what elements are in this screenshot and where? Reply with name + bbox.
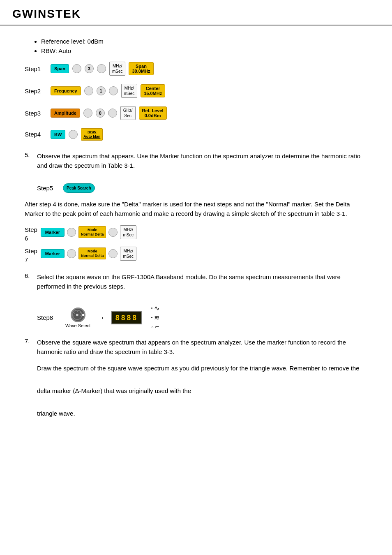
section7-text1: Observe the square wave spectrum that ap… [37, 338, 367, 357]
wave-dot-1: • [151, 306, 153, 310]
section6-item: 6. Select the square wave on the GRF-130… [25, 272, 367, 298]
section5: 5. Observe the spectrum that appears. Us… [25, 151, 367, 193]
section7-text-block: Observe the square wave spectrum that ap… [37, 338, 367, 425]
wave-select-knob[interactable] [71, 308, 85, 322]
step1-circle-val: 3 [85, 64, 94, 73]
wave-sine-symbol: ∿ [154, 304, 159, 312]
section7-text2: Draw the spectrum of the square wave spe… [37, 363, 367, 373]
step6-unit: MHz/mSec [120, 225, 136, 239]
svg-line-4 [80, 316, 81, 316]
step7-num: 7 [25, 255, 37, 264]
step6-step-text: Step [25, 225, 37, 234]
step6-block: Step 6 Marker ModeNormal Delta MHz/mSec [25, 225, 367, 243]
step1-unit: MHz/mSec [109, 62, 126, 76]
step1-label: Step1 [25, 65, 47, 72]
step4-block: Step4 BW RBWAuto Man [25, 128, 367, 141]
step2-circle1 [84, 86, 93, 95]
step8-knob-area: Wave Select [65, 308, 90, 328]
section7-item: 7. Observe the square wave spectrum that… [25, 338, 367, 425]
step7-row: Step 7 Marker ModeNormal Delta MHz/mSec [25, 247, 367, 264]
step3-block: Step3 Amplitude 0 GHz/Sec Ref. Level0.0d… [25, 106, 367, 120]
step6-label: Step 6 [25, 225, 37, 243]
wave-square-symbol: ⌐ [155, 323, 159, 331]
delta-marker-para: After step 4 is done, make sure the "Del… [25, 199, 367, 219]
knob-svg [72, 308, 83, 322]
step2-label: Step2 [25, 88, 47, 95]
section6: 6. Select the square wave on the GRF-130… [25, 272, 367, 331]
step2-frequency-btn[interactable]: Frequency [51, 86, 81, 95]
page-header: GWINSTEK [0, 0, 392, 25]
section7-text3: delta marker (Δ-Marker) that was origina… [37, 386, 367, 395]
bullet-rbw: RBW: Auto [41, 47, 367, 54]
step7-controls: Marker ModeNormal Delta MHz/mSec [41, 247, 136, 261]
step2-circle2 [109, 86, 118, 95]
step6-marker-btn[interactable]: Marker [41, 228, 65, 237]
step8-area: Step8 [37, 304, 367, 331]
step2-display: Center15.0MHz [141, 84, 165, 97]
step5-label: Step5 [37, 185, 60, 192]
peak-search-btn[interactable]: Peak Search [63, 183, 95, 193]
step6-mode-btn: ModeNormal Delta [78, 226, 106, 238]
section5-item: 5. Observe the spectrum that appears. Us… [25, 151, 367, 177]
wave-circle: ○ [151, 325, 154, 329]
step4-label: Step4 [25, 131, 47, 138]
section7-text4: triangle wave. [37, 409, 367, 418]
wave-option-triangle: • ≋ [151, 314, 160, 321]
step6-circle1 [67, 228, 76, 237]
step3-display: Ref. Level0.0dBm [139, 106, 167, 120]
step3-circle-val: 0 [96, 109, 105, 118]
step3-amplitude-btn[interactable]: Amplitude [51, 109, 80, 118]
step2-block: Step2 Frequency 1 MHz/mSec Center15.0MHz [25, 84, 367, 98]
bullet-list: Reference level: 0dBm RBW: Auto [25, 38, 367, 54]
step7-block: Step 7 Marker ModeNormal Delta MHz/mSec [25, 247, 367, 264]
step3-circle2 [108, 109, 117, 118]
step2-circle-val: 1 [97, 86, 106, 95]
step1-span-btn[interactable]: Span [51, 64, 69, 73]
arrow-right-icon: → [96, 312, 105, 323]
section6-number: 6. [25, 272, 37, 298]
logo: GWINSTEK [12, 7, 380, 21]
wave-select-label: Wave Select [65, 323, 90, 328]
steps-1-4: Step1 Span 3 MHz/mSec Span30.0MHz Step2 … [25, 62, 367, 145]
main-content: Reference level: 0dBm RBW: Auto Step1 Sp… [0, 34, 392, 444]
step3-unit: GHz/Sec [120, 106, 136, 120]
section6-text: Select the square wave on the GRF-1300A … [37, 272, 367, 291]
step6-controls: Marker ModeNormal Delta MHz/mSec [41, 225, 136, 239]
logo-gw: GW [12, 7, 34, 20]
section5-text: Observe the spectrum that appears. Use t… [37, 151, 367, 171]
step3-label: Step3 [25, 110, 47, 117]
step3-circle1 [83, 109, 92, 118]
wave-option-square: ○ ⌐ [151, 323, 160, 331]
step8-display: 8888 [111, 311, 142, 324]
step4-bw-btn[interactable]: BW [51, 130, 65, 139]
section5-number: 5. [25, 151, 37, 177]
step7-circle1 [67, 249, 76, 258]
step1-circle2 [97, 64, 106, 73]
step7-unit: MHz/mSec [120, 247, 136, 261]
section7: 7. Observe the square wave spectrum that… [25, 338, 367, 425]
step1-display: Span30.0MHz [129, 62, 153, 75]
step6-num: 6 [25, 234, 37, 243]
step8-row: Step8 [37, 304, 367, 331]
step7-mode-btn: ModeNormal Delta [78, 247, 106, 260]
step8-label: Step8 [37, 314, 60, 321]
step4-rbw-display: RBWAuto Man [81, 128, 103, 141]
step4-circle1 [69, 130, 78, 139]
step7-label: Step 7 [25, 247, 37, 264]
svg-point-1 [76, 314, 78, 316]
wave-triangle-symbol: ≋ [154, 314, 159, 321]
step7-step-text: Step [25, 247, 37, 255]
step6-row: Step 6 Marker ModeNormal Delta MHz/mSec [25, 225, 367, 243]
step7-marker-btn[interactable]: Marker [41, 249, 65, 258]
section7-number: 7. [25, 338, 37, 425]
step6-circle2 [108, 228, 118, 237]
wave-dot-2: • [151, 315, 153, 320]
step7-circle2 [108, 249, 118, 258]
wave-option-sine: • ∿ [151, 304, 160, 312]
logo-instek: INSTEK [34, 7, 81, 20]
step5-block: Step5 Peak Search [37, 183, 367, 193]
delta-marker-text: After step 4 is done, make sure the "Del… [25, 199, 367, 219]
wave-options: • ∿ • ≋ ○ ⌐ [151, 304, 160, 331]
bullet-reference-level: Reference level: 0dBm [41, 38, 367, 45]
step2-unit: MHz/mSec [121, 84, 138, 98]
